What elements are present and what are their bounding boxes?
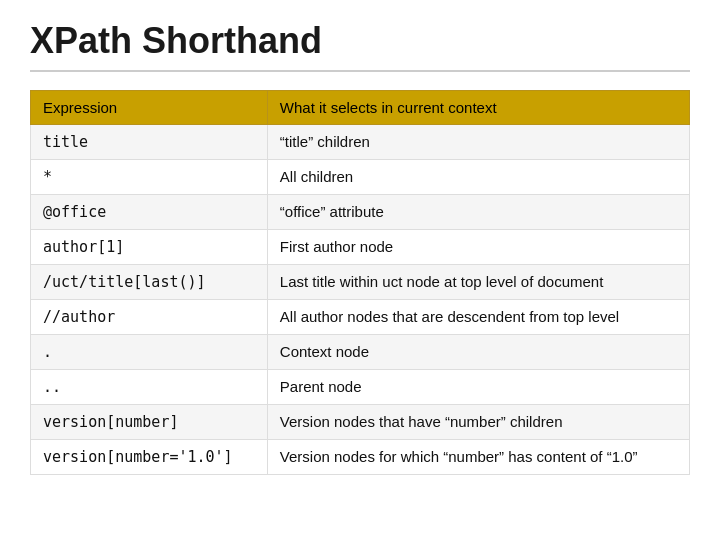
cell-description: All author nodes that are descendent fro… bbox=[267, 300, 689, 335]
cell-expression: title bbox=[31, 125, 268, 160]
table-row: ..Parent node bbox=[31, 370, 690, 405]
cell-expression: author[1] bbox=[31, 230, 268, 265]
page-title: XPath Shorthand bbox=[30, 20, 690, 72]
cell-description: Version nodes for which “number” has con… bbox=[267, 440, 689, 475]
cell-expression: * bbox=[31, 160, 268, 195]
cell-description: “title” children bbox=[267, 125, 689, 160]
cell-description: First author node bbox=[267, 230, 689, 265]
cell-description: Version nodes that have “number” childre… bbox=[267, 405, 689, 440]
table-row: /uct/title[last()]Last title within uct … bbox=[31, 265, 690, 300]
cell-description: Context node bbox=[267, 335, 689, 370]
cell-description: “office” attribute bbox=[267, 195, 689, 230]
table-row: title“title” children bbox=[31, 125, 690, 160]
cell-expression: version[number] bbox=[31, 405, 268, 440]
table-row: version[number='1.0']Version nodes for w… bbox=[31, 440, 690, 475]
table-row: @office“office” attribute bbox=[31, 195, 690, 230]
cell-expression: version[number='1.0'] bbox=[31, 440, 268, 475]
cell-expression: . bbox=[31, 335, 268, 370]
cell-expression: //author bbox=[31, 300, 268, 335]
table-row: //authorAll author nodes that are descen… bbox=[31, 300, 690, 335]
cell-expression: .. bbox=[31, 370, 268, 405]
table-row: author[1]First author node bbox=[31, 230, 690, 265]
header-description: What it selects in current context bbox=[267, 91, 689, 125]
header-expression: Expression bbox=[31, 91, 268, 125]
cell-expression: @office bbox=[31, 195, 268, 230]
cell-expression: /uct/title[last()] bbox=[31, 265, 268, 300]
cell-description: Parent node bbox=[267, 370, 689, 405]
xpath-table: Expression What it selects in current co… bbox=[30, 90, 690, 475]
cell-description: Last title within uct node at top level … bbox=[267, 265, 689, 300]
table-row: *All children bbox=[31, 160, 690, 195]
cell-description: All children bbox=[267, 160, 689, 195]
table-row: .Context node bbox=[31, 335, 690, 370]
table-row: version[number]Version nodes that have “… bbox=[31, 405, 690, 440]
table-header-row: Expression What it selects in current co… bbox=[31, 91, 690, 125]
